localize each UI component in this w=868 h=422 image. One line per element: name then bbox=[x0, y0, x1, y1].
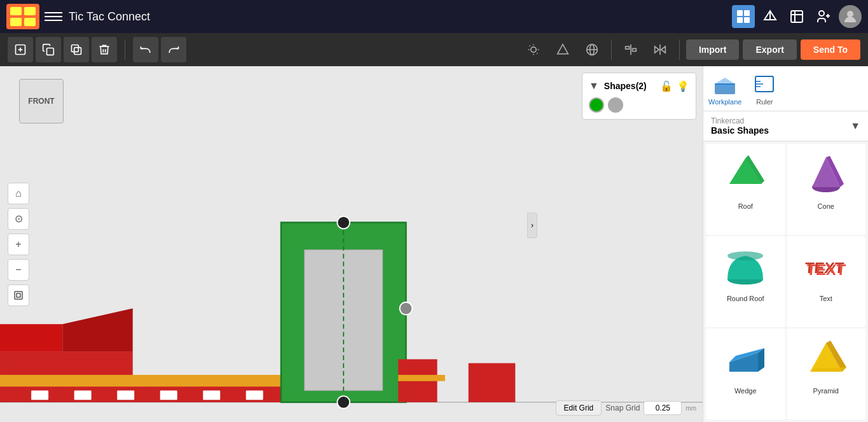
history-tools bbox=[133, 37, 186, 62]
top-navigation: Tic Tac Connect bbox=[0, 0, 868, 33]
add-user-button[interactable] bbox=[812, 5, 835, 28]
new-shape-button[interactable] bbox=[8, 37, 33, 62]
svg-rect-60 bbox=[469, 363, 516, 402]
round-roof-label: Round Roof bbox=[727, 295, 764, 302]
ruler-tool[interactable]: Ruler bbox=[752, 71, 777, 106]
svg-rect-50 bbox=[117, 391, 134, 400]
toolbar-separator-2 bbox=[611, 39, 612, 60]
undo-button[interactable] bbox=[133, 37, 158, 62]
wedge-shape-canvas bbox=[720, 334, 771, 384]
cone-shape-canvas bbox=[801, 149, 851, 200]
user-avatar[interactable] bbox=[839, 5, 862, 28]
svg-marker-43 bbox=[0, 324, 62, 351]
snap-value-input[interactable] bbox=[644, 401, 682, 415]
main-area: FRONT ⌂ ⊙ + − ▼ Shapes(2) 🔓 💡 bbox=[0, 66, 868, 422]
wedge-label: Wedge bbox=[734, 387, 757, 395]
svg-rect-52 bbox=[203, 391, 220, 400]
pyramid-label: Pyramid bbox=[813, 387, 839, 395]
action-buttons: Import Export Send To bbox=[521, 37, 860, 62]
svg-rect-3 bbox=[24, 18, 36, 26]
svg-point-12 bbox=[819, 11, 824, 16]
export-button[interactable]: Export bbox=[743, 39, 796, 60]
tinkercad-label: Tinkercad bbox=[711, 116, 850, 125]
build-mode-button[interactable] bbox=[759, 5, 782, 28]
pyramid-shape-canvas bbox=[801, 334, 851, 384]
svg-marker-29 bbox=[558, 45, 568, 54]
redo-button[interactable] bbox=[161, 37, 186, 62]
svg-rect-5 bbox=[744, 10, 750, 16]
toolbar-separator-3 bbox=[679, 39, 680, 60]
toolbar-separator-1 bbox=[125, 39, 125, 60]
svg-rect-4 bbox=[737, 10, 743, 16]
svg-rect-0 bbox=[10, 7, 22, 15]
hamburger-menu[interactable] bbox=[45, 8, 62, 25]
shape-toggle[interactable] bbox=[550, 37, 575, 62]
svg-text:TEXT: TEXT bbox=[806, 261, 846, 278]
snap-grid-label: Snap Grid bbox=[605, 404, 640, 412]
svg-rect-19 bbox=[47, 48, 54, 55]
roof-shape-canvas bbox=[720, 149, 771, 200]
workplane-label: Workplane bbox=[708, 98, 741, 106]
scene-svg bbox=[0, 66, 703, 422]
round-roof-shape-canvas bbox=[720, 241, 771, 292]
tinkercad-logo[interactable] bbox=[6, 4, 39, 29]
svg-marker-44 bbox=[62, 309, 132, 352]
cone-label: Cone bbox=[818, 202, 834, 210]
roof-label: Roof bbox=[738, 202, 753, 210]
light-toggle[interactable] bbox=[521, 37, 546, 62]
text-shape-canvas: TEXT TEXT bbox=[801, 241, 851, 292]
import-button[interactable]: Import bbox=[686, 39, 740, 60]
svg-rect-51 bbox=[160, 391, 177, 400]
svg-rect-34 bbox=[626, 46, 630, 49]
sim-mode-button[interactable] bbox=[785, 5, 808, 28]
grid-controls: Edit Grid Snap Grid mm bbox=[556, 400, 696, 416]
panel-tools: Workplane Ruler bbox=[703, 66, 868, 111]
svg-rect-35 bbox=[632, 48, 636, 51]
shape-pyramid[interactable]: Pyramid bbox=[787, 328, 866, 419]
nav-right bbox=[732, 5, 862, 28]
panel-collapse-arrow[interactable]: › bbox=[527, 213, 537, 238]
workplane-icon bbox=[712, 71, 738, 97]
svg-point-22 bbox=[531, 47, 536, 52]
svg-line-26 bbox=[537, 53, 537, 53]
svg-marker-38 bbox=[661, 46, 666, 53]
svg-rect-7 bbox=[744, 17, 750, 23]
svg-marker-71 bbox=[729, 155, 764, 184]
viewport[interactable]: FRONT ⌂ ⊙ + − ▼ Shapes(2) 🔓 💡 bbox=[0, 66, 703, 422]
duplicate-button[interactable] bbox=[64, 37, 89, 62]
svg-rect-9 bbox=[791, 11, 803, 22]
svg-rect-2 bbox=[10, 18, 22, 26]
grid-view-button[interactable] bbox=[732, 5, 755, 28]
delete-button[interactable] bbox=[92, 37, 117, 62]
project-title: Tic Tac Connect bbox=[69, 10, 732, 24]
handle-right[interactable] bbox=[400, 302, 413, 315]
shape-text[interactable]: TEXT TEXT Text bbox=[787, 236, 866, 327]
svg-rect-53 bbox=[246, 391, 263, 400]
align-button[interactable] bbox=[618, 37, 644, 62]
shape-wedge[interactable]: Wedge bbox=[706, 328, 785, 419]
handle-top[interactable] bbox=[337, 216, 350, 229]
ruler-label: Ruler bbox=[756, 98, 773, 106]
svg-rect-48 bbox=[31, 391, 48, 400]
svg-rect-21 bbox=[74, 48, 81, 55]
send-to-button[interactable]: Send To bbox=[801, 39, 860, 60]
copy-button[interactable] bbox=[36, 37, 61, 62]
svg-point-15 bbox=[847, 11, 853, 17]
edit-grid-button[interactable]: Edit Grid bbox=[556, 400, 602, 416]
shape-tools bbox=[8, 37, 117, 62]
svg-line-25 bbox=[529, 46, 530, 46]
shape-cone[interactable]: Cone bbox=[787, 144, 866, 235]
mirror-button[interactable] bbox=[647, 37, 673, 62]
svg-rect-20 bbox=[72, 45, 79, 52]
shapes-grid: Roof Cone bbox=[703, 141, 868, 422]
dropdown-arrow-icon: ▼ bbox=[850, 120, 860, 132]
shape-roof[interactable]: Roof bbox=[706, 144, 785, 235]
shape-round-roof[interactable]: Round Roof bbox=[706, 236, 785, 327]
workplane-tool[interactable]: Workplane bbox=[708, 71, 741, 106]
ruler-icon bbox=[752, 71, 777, 97]
svg-rect-61 bbox=[398, 375, 445, 381]
shapes-category-dropdown[interactable]: Tinkercad Basic Shapes ▼ bbox=[703, 111, 868, 141]
main-toolbar: Import Export Send To bbox=[0, 33, 868, 66]
camera-toggle[interactable] bbox=[579, 37, 605, 62]
handle-bottom[interactable] bbox=[337, 396, 350, 409]
